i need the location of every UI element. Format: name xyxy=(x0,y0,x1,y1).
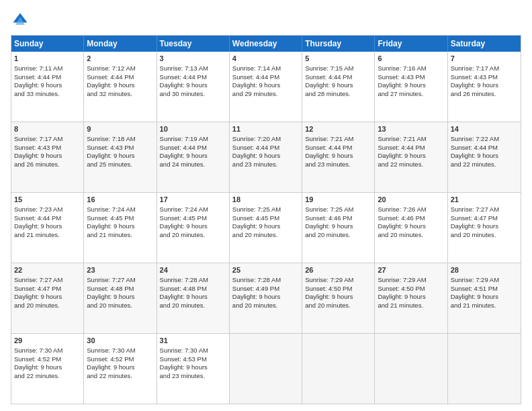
day-info-line: Sunset: 4:44 PM xyxy=(232,73,299,82)
day-info-line: and 28 minutes. xyxy=(305,90,371,99)
day-info-line: Sunset: 4:46 PM xyxy=(378,214,444,223)
calendar-cell: 16Sunrise: 7:24 AMSunset: 4:45 PMDayligh… xyxy=(84,193,157,263)
day-number: 29 xyxy=(14,336,81,346)
calendar-week-1: 8Sunrise: 7:17 AMSunset: 4:43 PMDaylight… xyxy=(11,122,521,193)
day-number: 21 xyxy=(451,195,518,205)
calendar-cell: 18Sunrise: 7:25 AMSunset: 4:45 PMDayligh… xyxy=(230,193,302,263)
day-info-line: Daylight: 9 hours xyxy=(87,363,153,372)
day-info-line: Sunset: 4:49 PM xyxy=(232,285,299,293)
day-info-line: Sunrise: 7:29 AM xyxy=(305,276,371,285)
day-info-line: Daylight: 9 hours xyxy=(14,81,81,90)
day-info-line: and 23 minutes. xyxy=(305,161,371,169)
day-info-line: Daylight: 9 hours xyxy=(87,152,153,161)
day-number: 16 xyxy=(87,195,153,205)
day-info-line: Daylight: 9 hours xyxy=(160,222,226,231)
calendar-cell: 2Sunrise: 7:12 AMSunset: 4:44 PMDaylight… xyxy=(84,52,157,122)
calendar-cell: 15Sunrise: 7:23 AMSunset: 4:44 PMDayligh… xyxy=(11,193,84,263)
day-info-line: Daylight: 9 hours xyxy=(305,293,371,302)
header xyxy=(11,11,521,30)
header-saturday: Saturday xyxy=(448,36,521,52)
day-info-line: Daylight: 9 hours xyxy=(451,222,518,231)
calendar-cell: 19Sunrise: 7:25 AMSunset: 4:46 PMDayligh… xyxy=(302,193,375,263)
day-info-line: and 20 minutes. xyxy=(232,231,299,240)
logo-icon xyxy=(11,11,30,30)
day-info-line: and 20 minutes. xyxy=(87,302,153,310)
calendar-cell xyxy=(375,334,447,404)
calendar-week-4: 29Sunrise: 7:30 AMSunset: 4:52 PMDayligh… xyxy=(11,334,521,404)
day-info-line: Sunrise: 7:29 AM xyxy=(378,276,444,285)
day-info-line: Sunrise: 7:23 AM xyxy=(14,205,81,214)
day-info-line: Sunset: 4:43 PM xyxy=(87,144,153,152)
day-number: 15 xyxy=(14,195,81,205)
day-number: 24 xyxy=(160,265,226,275)
calendar-cell: 8Sunrise: 7:17 AMSunset: 4:43 PMDaylight… xyxy=(11,122,84,192)
day-info-line: and 25 minutes. xyxy=(87,161,153,169)
day-info-line: Daylight: 9 hours xyxy=(305,81,371,90)
day-info-line: Sunrise: 7:30 AM xyxy=(14,347,81,355)
day-info-line: Daylight: 9 hours xyxy=(305,152,371,161)
day-info-line: Sunset: 4:46 PM xyxy=(305,214,371,223)
day-info-line: Sunset: 4:43 PM xyxy=(14,144,81,152)
day-info-line: Sunrise: 7:28 AM xyxy=(160,276,226,285)
calendar-cell: 5Sunrise: 7:15 AMSunset: 4:44 PMDaylight… xyxy=(302,52,375,122)
day-number: 7 xyxy=(451,54,518,64)
calendar-cell: 26Sunrise: 7:29 AMSunset: 4:50 PMDayligh… xyxy=(302,263,375,333)
day-info-line: Daylight: 9 hours xyxy=(160,363,226,372)
day-info-line: Sunset: 4:52 PM xyxy=(87,355,153,364)
calendar-cell xyxy=(230,334,302,404)
day-info-line: Sunrise: 7:16 AM xyxy=(378,64,444,73)
day-info-line: Sunrise: 7:13 AM xyxy=(160,64,226,73)
day-info-line: and 20 minutes. xyxy=(160,302,226,310)
day-info-line: and 30 minutes. xyxy=(160,90,226,99)
day-info-line: Sunrise: 7:25 AM xyxy=(305,205,371,214)
day-info-line: Sunset: 4:45 PM xyxy=(160,214,226,223)
day-info-line: Sunset: 4:44 PM xyxy=(160,144,226,152)
day-info-line: and 27 minutes. xyxy=(378,90,444,99)
day-info-line: Sunrise: 7:27 AM xyxy=(87,276,153,285)
header-sunday: Sunday xyxy=(11,36,84,52)
day-info-line: and 33 minutes. xyxy=(14,90,81,99)
day-info-line: Daylight: 9 hours xyxy=(14,152,81,161)
calendar-cell: 11Sunrise: 7:20 AMSunset: 4:44 PMDayligh… xyxy=(230,122,302,192)
day-info-line: Sunrise: 7:18 AM xyxy=(87,135,153,144)
day-info-line: Sunrise: 7:28 AM xyxy=(232,276,299,285)
day-number: 19 xyxy=(305,195,371,205)
calendar-cell: 25Sunrise: 7:28 AMSunset: 4:49 PMDayligh… xyxy=(230,263,302,333)
day-info-line: Sunrise: 7:15 AM xyxy=(305,64,371,73)
day-info-line: Sunrise: 7:21 AM xyxy=(305,135,371,144)
day-info-line: Sunrise: 7:12 AM xyxy=(87,64,153,73)
calendar-cell: 22Sunrise: 7:27 AMSunset: 4:47 PMDayligh… xyxy=(11,263,84,333)
header-wednesday: Wednesday xyxy=(230,36,302,52)
day-info-line: Sunset: 4:44 PM xyxy=(87,73,153,82)
day-info-line: Daylight: 9 hours xyxy=(232,222,299,231)
day-info-line: and 23 minutes. xyxy=(160,372,226,381)
day-info-line: Sunset: 4:52 PM xyxy=(14,355,81,364)
calendar-cell: 6Sunrise: 7:16 AMSunset: 4:43 PMDaylight… xyxy=(375,52,447,122)
day-info-line: Sunset: 4:50 PM xyxy=(305,285,371,293)
day-number: 22 xyxy=(14,265,81,275)
day-info-line: Sunset: 4:45 PM xyxy=(87,214,153,223)
day-info-line: Sunset: 4:44 PM xyxy=(305,144,371,152)
day-info-line: and 22 minutes. xyxy=(378,161,444,169)
day-info-line: Sunset: 4:48 PM xyxy=(160,285,226,293)
day-number: 26 xyxy=(305,265,371,275)
day-number: 18 xyxy=(232,195,299,205)
day-info-line: Sunrise: 7:27 AM xyxy=(14,276,81,285)
day-info-line: Sunset: 4:44 PM xyxy=(160,73,226,82)
day-number: 1 xyxy=(14,54,81,64)
day-number: 25 xyxy=(232,265,299,275)
calendar-cell: 10Sunrise: 7:19 AMSunset: 4:44 PMDayligh… xyxy=(157,122,230,192)
day-info-line: Sunrise: 7:27 AM xyxy=(451,205,518,214)
day-info-line: and 21 minutes. xyxy=(451,302,518,310)
day-info-line: Sunrise: 7:22 AM xyxy=(451,135,518,144)
header-friday: Friday xyxy=(375,36,447,52)
calendar-cell: 17Sunrise: 7:24 AMSunset: 4:45 PMDayligh… xyxy=(157,193,230,263)
day-number: 27 xyxy=(378,265,444,275)
day-info-line: Daylight: 9 hours xyxy=(232,293,299,302)
calendar-cell: 24Sunrise: 7:28 AMSunset: 4:48 PMDayligh… xyxy=(157,263,230,333)
day-info-line: Daylight: 9 hours xyxy=(378,152,444,161)
day-number: 13 xyxy=(378,124,444,134)
day-info-line: Sunset: 4:47 PM xyxy=(451,214,518,223)
calendar-cell: 21Sunrise: 7:27 AMSunset: 4:47 PMDayligh… xyxy=(448,193,521,263)
day-info-line: Daylight: 9 hours xyxy=(160,152,226,161)
